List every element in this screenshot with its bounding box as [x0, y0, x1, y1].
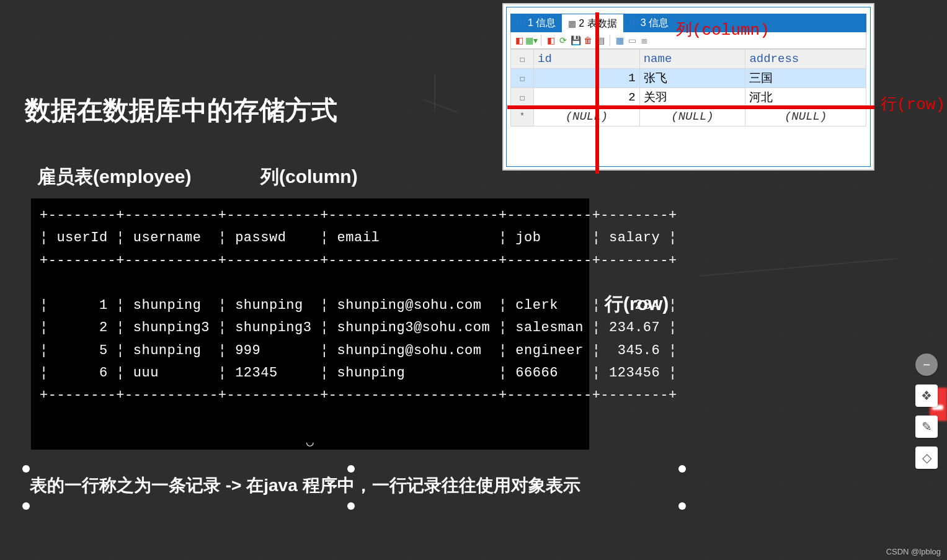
tab-info-3[interactable]: ⓘ3 信息	[623, 14, 675, 32]
grid-view-icon[interactable]: ▦	[614, 35, 625, 46]
cell-null[interactable]: (NULL)	[534, 107, 640, 127]
eraser-icon[interactable]: ◇	[915, 447, 938, 469]
caption-text: 表的一行称之为一条记录 -> 在java 程序中，一行记录往往使用对象表示	[30, 474, 580, 497]
table-row-new[interactable]: * (NULL) (NULL) (NULL)	[511, 107, 866, 127]
annotation-column-label: 列(column)	[676, 19, 770, 40]
column-label: 列(column)	[260, 164, 358, 190]
cell-null[interactable]: (NULL)	[639, 107, 745, 127]
toolbar-icon[interactable]: ◧	[514, 35, 525, 46]
toolbar-icon[interactable]: ▦▾	[526, 35, 537, 46]
tab-label: 3 信息	[641, 17, 669, 30]
row-checkbox[interactable]: ☐	[511, 88, 534, 107]
selection-handle[interactable]	[347, 502, 355, 510]
select-all-checkbox[interactable]: ☐	[511, 50, 534, 69]
tab-table-data[interactable]: ▦2 表数据	[562, 14, 623, 33]
annotation-horizontal-line	[507, 105, 874, 109]
layers-icon[interactable]: ❖	[915, 384, 938, 407]
tab-info-1[interactable]: ⓘ1 信息	[510, 14, 562, 32]
cell[interactable]: 河北	[745, 88, 866, 107]
text-view-icon[interactable]: ≣	[639, 35, 650, 46]
tab-label: 1 信息	[528, 17, 556, 30]
grid-icon: ▦	[568, 19, 576, 29]
selection-handle[interactable]	[678, 465, 686, 473]
info-icon: ⓘ	[629, 17, 638, 29]
watermark-text: CSDN @lpblog	[886, 547, 941, 556]
column-header-address[interactable]: address	[745, 50, 866, 69]
annotation-vertical-line	[595, 12, 599, 174]
refresh-icon[interactable]: ⟳	[558, 35, 569, 46]
loading-spinner-icon: ◡	[306, 432, 314, 453]
terminal-table: +--------+-----------+-----------+------…	[31, 198, 589, 450]
caption-textbox[interactable]: 表的一行称之为一条记录 -> 在java 程序中，一行记录往往使用对象表示	[25, 468, 682, 502]
annotation-row-label: 行(row)	[881, 93, 945, 115]
employee-table-label: 雇员表(employee)	[37, 164, 191, 190]
save-icon[interactable]: 💾	[570, 35, 581, 46]
cell[interactable]: 关羽	[639, 88, 745, 107]
selection-handle[interactable]	[678, 502, 686, 510]
delete-icon[interactable]: 🗑	[582, 35, 594, 46]
selection-handle[interactable]	[22, 502, 30, 510]
info-icon: ⓘ	[517, 17, 525, 29]
selection-handle[interactable]	[22, 465, 30, 473]
table-row[interactable]: ☐ 1 张飞 三国	[511, 69, 866, 88]
side-toolbar: − ❖ ✎ ◇	[915, 353, 938, 469]
cell-null[interactable]: (NULL)	[745, 107, 866, 127]
new-row-marker: *	[511, 107, 534, 127]
selection-handle[interactable]	[347, 465, 355, 473]
row-checkbox[interactable]: ☐	[511, 69, 534, 88]
cell[interactable]: 张飞	[639, 69, 745, 88]
data-grid[interactable]: ☐ id name address ☐ 1 张飞 三国 ☐ 2 关羽 河北 * …	[510, 49, 866, 127]
cell[interactable]: 1	[534, 69, 640, 88]
minimize-icon[interactable]: −	[915, 353, 938, 376]
column-header-name[interactable]: name	[639, 50, 745, 69]
table-row[interactable]: ☐ 2 关羽 河北	[511, 88, 866, 107]
pen-icon[interactable]: ✎	[915, 416, 938, 438]
column-header-id[interactable]: id	[534, 50, 640, 69]
toolbar-icon[interactable]: ◧	[545, 35, 556, 46]
form-view-icon[interactable]: ▭	[626, 35, 638, 46]
cell[interactable]: 三国	[745, 69, 866, 88]
cell[interactable]: 2	[534, 88, 640, 107]
slide-title: 数据在数据库中的存储方式	[25, 93, 337, 128]
